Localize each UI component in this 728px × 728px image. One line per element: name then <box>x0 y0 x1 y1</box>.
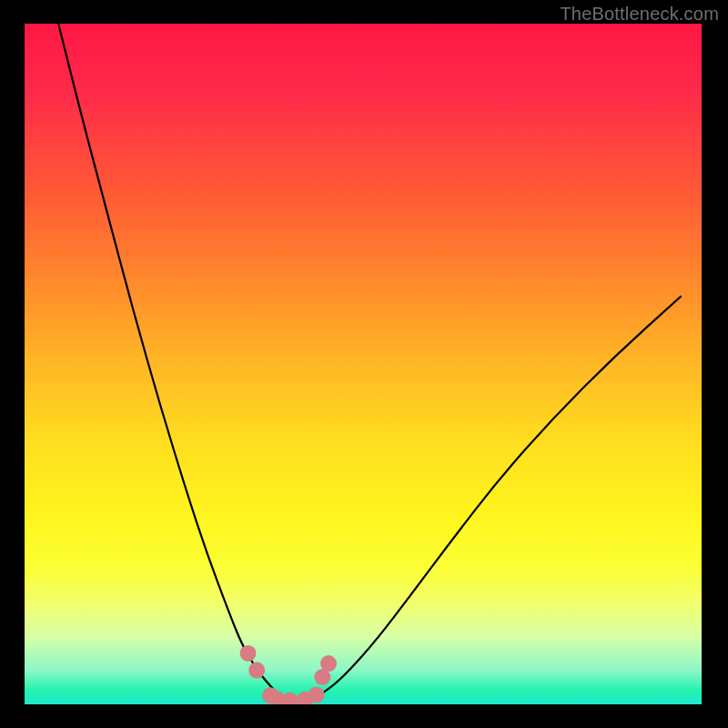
watermark-text: TheBottleneck.com <box>560 4 719 25</box>
series-curve-right <box>312 296 681 700</box>
chart-overlay <box>25 24 702 704</box>
highlight-dot <box>320 655 337 672</box>
plot-area <box>25 24 702 704</box>
chart-canvas: TheBottleneck.com <box>0 0 728 728</box>
highlight-dot <box>308 687 325 703</box>
highlight-dot <box>240 645 257 662</box>
highlight-dot <box>282 693 298 704</box>
series-curve-left <box>58 24 285 700</box>
highlight-dot <box>248 662 265 679</box>
